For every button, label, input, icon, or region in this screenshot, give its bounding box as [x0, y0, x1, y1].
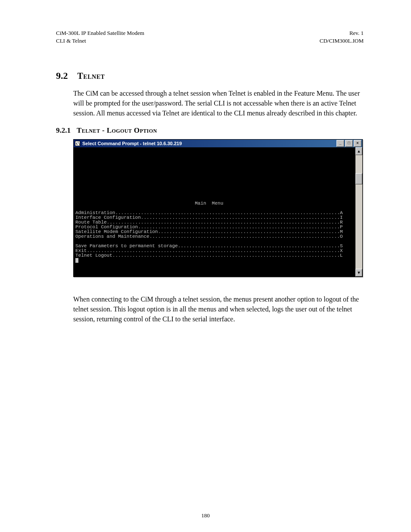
window-controls: _ □ ×	[336, 140, 361, 147]
terminal-content[interactable]: Main Menu Administration................…	[74, 147, 355, 277]
scroll-up-button[interactable]: ▲	[355, 147, 362, 155]
section-title: Telnet	[78, 71, 105, 81]
scroll-down-button[interactable]: ▼	[355, 269, 362, 277]
subsection-paragraph: When connecting to the CiM through a tel…	[73, 294, 364, 324]
header-left: CiM-300L IP Enabled Satellite Modem CLI …	[56, 29, 144, 44]
terminal-title-text: Select Command Prompt - telnet 10.6.30.2…	[82, 141, 336, 146]
subsection-title: Telnet - Logout Option	[77, 126, 157, 134]
section-heading: 9.2 Telnet	[56, 70, 364, 81]
header-right-line1: Rev. 1	[349, 30, 364, 36]
subsection-heading: 9.2.1 Telnet - Logout Option	[56, 126, 364, 135]
terminal-scrollbar: ▲ ▼	[355, 147, 362, 277]
minimize-button[interactable]: _	[336, 140, 344, 147]
terminal-cursor	[75, 258, 78, 263]
section-number: 9.2	[56, 70, 68, 81]
scroll-track[interactable]	[355, 155, 362, 269]
page-header: CiM-300L IP Enabled Satellite Modem CLI …	[56, 29, 364, 44]
header-left-line2: CLI & Telnet	[56, 37, 86, 44]
maximize-button[interactable]: □	[345, 140, 353, 147]
terminal-titlebar: c\ Select Command Prompt - telnet 10.6.3…	[74, 140, 362, 147]
terminal-window: c\ Select Command Prompt - telnet 10.6.3…	[73, 139, 363, 277]
header-left-line1: CiM-300L IP Enabled Satellite Modem	[56, 30, 144, 36]
svg-text:c\: c\	[76, 142, 80, 146]
terminal-system-icon: c\	[75, 140, 81, 146]
document-page: CiM-300L IP Enabled Satellite Modem CLI …	[0, 0, 411, 532]
header-right-line2: CD/CIM300L.IOM	[320, 37, 364, 44]
close-button[interactable]: ×	[354, 140, 361, 147]
subsection-number: 9.2.1	[56, 126, 71, 134]
scroll-thumb[interactable]	[355, 173, 362, 184]
page-number: 180	[0, 512, 411, 519]
section-paragraph: The CiM can be accessed through a telnet…	[73, 88, 364, 118]
terminal-body-wrap: Main Menu Administration................…	[74, 147, 362, 277]
header-right: Rev. 1 CD/CIM300L.IOM	[320, 29, 364, 44]
